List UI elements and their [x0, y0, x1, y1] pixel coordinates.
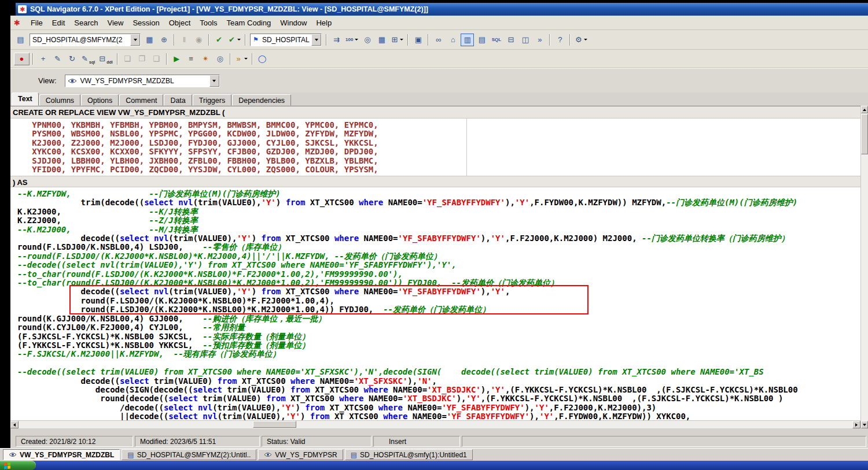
windows-button[interactable]: ▣ — [411, 34, 425, 46]
vscrollbar-thumb[interactable] — [861, 114, 868, 154]
menu-view[interactable]: View — [102, 17, 128, 29]
scroll-up-button[interactable] — [861, 106, 868, 113]
vscrollbar-track[interactable] — [861, 155, 868, 421]
refresh-button[interactable]: ↻ — [65, 53, 79, 65]
fast-forward-dropdown-icon[interactable] — [244, 58, 248, 60]
session-combo-dropdown[interactable] — [130, 34, 140, 46]
windows-flag-icon — [4, 462, 10, 469]
toolbar-separator — [428, 34, 429, 46]
menu-tools[interactable]: Tools — [195, 17, 222, 29]
insert-rows-icon: ⇉ — [333, 36, 340, 43]
execute-script-button[interactable]: ✔ — [227, 34, 242, 46]
extract-ddl-icon: ⊟ — [98, 55, 106, 62]
window-tab-label: VW_YS_FDMYPSR — [275, 451, 337, 459]
schema-browser-button[interactable]: ▤ — [475, 34, 488, 46]
export-button[interactable]: ⊞ — [389, 34, 404, 46]
toolbar-separator — [166, 53, 167, 65]
insert-rows-button[interactable]: ⇉ — [330, 34, 343, 46]
toolbar-separator — [326, 34, 327, 46]
find-button[interactable]: ◎ — [214, 53, 227, 65]
fast-forward-button[interactable]: » — [234, 53, 249, 65]
scrollbar-thumb[interactable] — [253, 421, 296, 428]
edit-wand-button[interactable]: ✎ — [51, 53, 64, 65]
menu-edit[interactable]: Edit — [47, 17, 69, 29]
explain-plan-button[interactable]: ≡ — [185, 53, 198, 65]
connect-button[interactable]: ⊕ — [157, 34, 171, 46]
vertical-scrollbar[interactable] — [860, 106, 868, 428]
toolbar-separator — [569, 34, 571, 46]
edit-sql-button[interactable]: ✎sql — [80, 53, 96, 65]
tab-dependencies[interactable]: Dependencies — [232, 94, 291, 106]
menu-session[interactable]: Session — [128, 17, 164, 29]
add-button[interactable]: + — [36, 53, 50, 65]
code-pane[interactable]: --K.MZFYDW, --门诊发药单位(M)(门诊药房维护) trim(dec… — [10, 187, 860, 420]
scroll-down-button[interactable] — [861, 421, 868, 428]
scroll-right-button[interactable] — [852, 421, 860, 428]
menu-object[interactable]: Object — [164, 17, 196, 29]
window-tab[interactable]: VW_YS_FDMYPSR_MZDZBL — [3, 449, 120, 460]
execute-button[interactable]: ✔ — [212, 34, 226, 46]
menu-help[interactable]: Help — [311, 17, 336, 29]
tab-text[interactable]: Text — [12, 92, 39, 106]
scrollbar-track[interactable] — [19, 421, 852, 428]
extract-db-button[interactable]: ⊟ — [504, 34, 517, 46]
session-combo[interactable]: SD_HOSPITAL@SMFYMZ(2 — [30, 34, 141, 46]
code-line: decode(SIGN(decode((select trim(VALUE0) … — [17, 386, 860, 394]
new-session-button[interactable]: ▤ — [14, 34, 27, 46]
tab-triggers[interactable]: Triggers — [193, 94, 231, 106]
menu-bar: ✱ FileEditSearchViewSessionObjectToolsTe… — [10, 16, 868, 30]
options-dropdown-icon[interactable] — [584, 39, 587, 40]
link-button[interactable]: ∞ — [432, 34, 445, 46]
menu-window[interactable]: Window — [275, 17, 311, 29]
view-combo[interactable]: VW_YS_FDMYPSR_MZDZBL — [65, 75, 220, 87]
tab-data[interactable]: Data — [164, 94, 192, 106]
pause-button[interactable]: ‖ — [178, 34, 191, 46]
horizontal-scrollbar[interactable] — [10, 420, 860, 428]
help-button[interactable]: ? — [553, 34, 567, 46]
data-grid-button[interactable]: ▦ — [375, 34, 388, 46]
menu-team-coding[interactable]: Team Coding — [222, 17, 276, 29]
view-combo-dropdown[interactable] — [209, 75, 219, 87]
print-button[interactable]: ▦ — [143, 34, 156, 46]
main-toolbar: ▤ SD_HOSPITAL@SMFYMZ(2 ▦⊕‖◉✔✔ ⚑ SD_HOSPI… — [10, 30, 868, 50]
quick-open-button[interactable]: » — [533, 34, 546, 46]
code-editor-button[interactable]: ▥ — [461, 34, 474, 46]
window-tab-label: SD_HOSPITAL@SMFYMZ(2):Untitl.. — [137, 451, 251, 459]
schema-combo-dropdown[interactable] — [311, 34, 321, 46]
record-macro-icon: ● — [18, 55, 25, 62]
options-button[interactable]: ⚙ — [573, 34, 589, 46]
window-tab[interactable]: VW_YS_FDMYPSR — [258, 449, 343, 460]
run-button[interactable]: ▶ — [170, 53, 183, 65]
snippet-button[interactable]: ❑ — [150, 53, 163, 65]
tab-comment[interactable]: Comment — [119, 94, 163, 106]
scroll-left-button[interactable] — [10, 421, 19, 428]
tab-options[interactable]: Options — [81, 94, 119, 106]
extract-ddl-button[interactable]: ⊟ddl — [97, 53, 114, 65]
copy-button[interactable]: ❏ — [121, 53, 134, 65]
window-tab[interactable]: ▤SD_HOSPITAL@smfy(1):Untitled1 — [345, 449, 473, 460]
fetch-limit-dropdown-icon[interactable] — [355, 39, 358, 40]
record-macro-button[interactable]: ● — [14, 53, 30, 65]
tab-columns[interactable]: Columns — [39, 94, 80, 106]
view-combo-value: VW_YS_FDMYPSR_MZDZBL — [78, 77, 209, 85]
start-button[interactable] — [0, 461, 36, 470]
window-tab[interactable]: ▤SD_HOSPITAL@SMFYMZ(2):Untitl.. — [122, 449, 256, 460]
open-windows-bar: VW_YS_FDMYPSR_MZDZBL▤SD_HOSPITAL@SMFYMZ(… — [0, 448, 868, 461]
schema-combo[interactable]: ⚑ SD_HOSPITAL — [250, 34, 322, 46]
sql-text-button[interactable]: SQL — [490, 34, 503, 46]
profiler-button[interactable]: ✴ — [199, 53, 212, 65]
split-view-button[interactable]: ◫ — [518, 34, 532, 46]
execute-script-dropdown-icon[interactable] — [237, 39, 241, 40]
columns-pane[interactable]: YPNM00, YKBMBH, YFBMBH, YPBM00, BMPYSM, … — [10, 119, 860, 176]
open-object-button[interactable]: ⌂ — [446, 34, 459, 46]
windows-icon: ▣ — [414, 36, 422, 43]
open-object-icon: ⌂ — [449, 36, 457, 43]
fetch-limit-button[interactable]: 100 — [344, 34, 359, 46]
export-dropdown-icon[interactable] — [400, 39, 403, 40]
paste-button[interactable]: ❐ — [135, 53, 149, 65]
menu-search[interactable]: Search — [69, 17, 102, 29]
find-sql-button[interactable]: ◎ — [361, 34, 374, 46]
ring-button[interactable]: ◯ — [256, 53, 269, 65]
menu-file[interactable]: File — [26, 17, 47, 29]
stop-button[interactable]: ◉ — [192, 34, 205, 46]
